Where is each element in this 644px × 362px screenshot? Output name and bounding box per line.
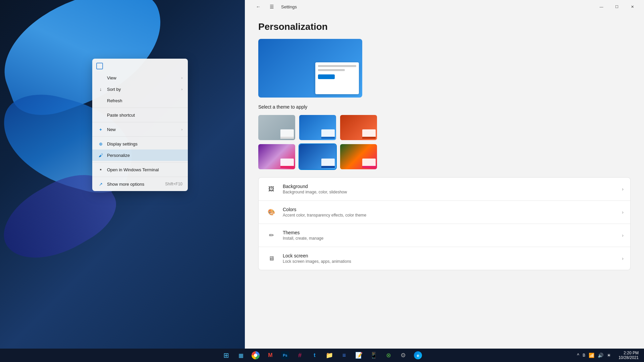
theme-dark-blue[interactable] <box>299 115 336 140</box>
option-themes[interactable]: ✏ Themes Install, create, manage › <box>259 224 630 247</box>
option-background[interactable]: 🖼 Background Background image, color, sl… <box>259 178 630 201</box>
context-menu-sortby-label: Sort by <box>107 87 181 92</box>
colors-icon: 🎨 <box>265 206 277 218</box>
theme-mini-bar-4 <box>280 166 294 168</box>
google-docs-button[interactable]: ≡ <box>337 349 351 362</box>
colors-arrow: › <box>622 209 624 215</box>
photoshop-icon: Ps <box>281 351 289 359</box>
tray-icons: ^ B 📶 🔊 ☀ <box>574 352 614 359</box>
taskbar-icons: ⊞ ▦ M Ps # t 📁 <box>219 349 425 362</box>
separator-2 <box>92 122 188 122</box>
themes-grid <box>258 115 631 169</box>
view-submenu-arrow: › <box>181 76 182 80</box>
context-menu-paste-label: Paste shortcut <box>107 113 182 118</box>
widgets-button[interactable]: ▦ <box>234 349 248 362</box>
maximize-button[interactable]: ☐ <box>609 1 625 12</box>
theme-section-label: Select a theme to apply <box>258 104 631 110</box>
more-options-shortcut: Shift+F10 <box>165 182 182 186</box>
context-menu-more-options-label: Show more options <box>107 182 165 187</box>
minimize-button[interactable]: — <box>594 1 609 12</box>
context-menu-refresh-label: Refresh <box>107 98 182 103</box>
clock-time: 2:20 PM <box>624 351 639 355</box>
context-menu-item-display[interactable]: ⊕ Display settings <box>92 138 188 149</box>
back-button[interactable]: ← <box>253 1 264 12</box>
gmail-button[interactable]: M <box>264 349 277 362</box>
twitter-button[interactable]: t <box>308 349 321 362</box>
hamburger-button[interactable]: ☰ <box>266 1 277 12</box>
theme-mini-window-1 <box>280 129 294 139</box>
context-menu-item-view[interactable]: View › <box>92 72 188 83</box>
photoshop-button[interactable]: Ps <box>278 349 292 362</box>
option-colors-desc: Accent color, transparency effects, colo… <box>283 213 622 218</box>
context-menu-item-sortby[interactable]: ↓ Sort by › <box>92 83 188 95</box>
themes-arrow: › <box>622 233 624 238</box>
page-title: Personalization <box>258 21 631 32</box>
chrome-icon <box>252 351 260 359</box>
context-menu-item-more-options[interactable]: ↗ Show more options Shift+F10 <box>92 178 188 190</box>
settings-button[interactable]: ⚙ <box>396 349 410 362</box>
theme-flow[interactable] <box>299 144 336 169</box>
context-menu-item-personalize[interactable]: 🖌 Personalize <box>92 149 188 161</box>
sortby-submenu-arrow: › <box>181 87 182 91</box>
chrome-button[interactable] <box>249 349 262 362</box>
file-explorer-button[interactable]: 📁 <box>323 349 336 362</box>
theme-glow[interactable] <box>340 115 377 140</box>
twitter-icon: t <box>314 352 315 358</box>
volume-icon[interactable]: 🔊 <box>597 352 604 359</box>
preview-button <box>318 74 335 79</box>
brightness-icon[interactable]: ☀ <box>606 352 612 359</box>
gmail-icon: M <box>268 352 272 358</box>
context-menu-item-new[interactable]: + New › <box>92 124 188 135</box>
separator-4 <box>92 162 188 163</box>
theme-sunrise[interactable] <box>340 144 377 169</box>
context-menu-header <box>92 60 188 72</box>
wifi-icon[interactable]: 📶 <box>588 352 595 359</box>
settings-window-title: Settings <box>281 4 297 9</box>
slack-button[interactable]: # <box>293 349 307 362</box>
paste-icon <box>98 112 104 118</box>
theme-mini-window-2 <box>321 129 335 139</box>
settings-nav: ← ☰ Settings <box>249 1 301 12</box>
lock-screen-arrow: › <box>622 256 624 261</box>
theme-mini-window-5 <box>321 159 335 168</box>
titlebar-controls: — ☐ ✕ <box>594 1 640 12</box>
option-background-desc: Background image, color, slideshow <box>283 190 622 194</box>
theme-captured-motion[interactable] <box>258 144 295 169</box>
tray-chevron-icon[interactable]: ^ <box>576 352 580 359</box>
context-menu-terminal-label: Open in Windows Terminal <box>107 167 182 172</box>
sortby-icon: ↓ <box>98 86 104 92</box>
context-menu-item-refresh[interactable]: Refresh <box>92 95 188 106</box>
start-icon: ⊞ <box>223 351 229 359</box>
clock[interactable]: 2:20 PM 10/28/2021 <box>616 351 641 360</box>
widgets-icon: ▦ <box>238 352 244 359</box>
phone-button[interactable]: 📱 <box>367 349 380 362</box>
option-background-title: Background <box>283 184 622 189</box>
edge-button[interactable]: e <box>411 349 425 362</box>
start-button[interactable]: ⊞ <box>219 349 233 362</box>
xbox-button[interactable]: ⊗ <box>382 349 395 362</box>
bluetooth-icon[interactable]: B <box>582 352 586 358</box>
settings-window: ← ☰ Settings — ☐ ✕ Personalization Selec… <box>245 0 644 349</box>
option-lock-screen[interactable]: 🖥 Lock screen Lock screen images, apps, … <box>259 247 630 270</box>
separator-1 <box>92 108 188 108</box>
context-menu-item-terminal[interactable]: ▪ Open in Windows Terminal <box>92 164 188 175</box>
context-menu-personalize-label: Personalize <box>107 153 182 158</box>
context-menu-item-paste-shortcut[interactable]: Paste shortcut <box>92 109 188 121</box>
sticky-notes-button[interactable]: 📝 <box>352 349 366 362</box>
settings-icon: ⚙ <box>400 352 406 359</box>
phone-icon: 📱 <box>370 352 377 359</box>
separator-3 <box>92 136 188 137</box>
option-colors[interactable]: 🎨 Colors Accent color, transparency effe… <box>259 201 630 224</box>
theme-light[interactable] <box>258 115 295 140</box>
settings-titlebar: ← ☰ Settings — ☐ ✕ <box>245 0 644 13</box>
theme-mini-bar-1 <box>280 137 294 139</box>
theme-mini-bar-3 <box>362 137 376 139</box>
lock-screen-icon: 🖥 <box>265 252 277 264</box>
edge-icon: e <box>414 351 422 359</box>
context-menu-view-label: View <box>107 75 181 80</box>
option-themes-text: Themes Install, create, manage <box>283 230 622 241</box>
sticky-notes-icon: 📝 <box>355 352 363 359</box>
close-button[interactable]: ✕ <box>625 1 640 12</box>
context-menu-icon <box>96 63 103 69</box>
context-menu-display-label: Display settings <box>107 141 182 146</box>
